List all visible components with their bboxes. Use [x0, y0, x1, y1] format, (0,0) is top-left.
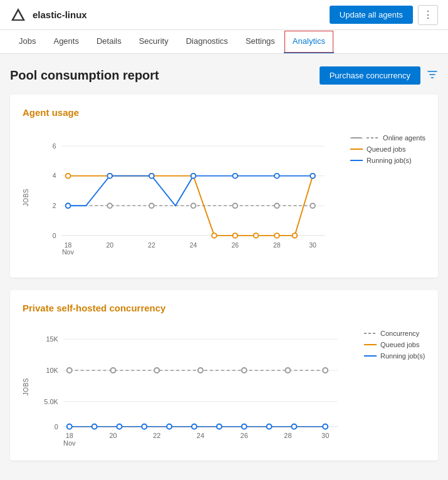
- svg-point-24: [274, 203, 279, 208]
- svg-point-80: [267, 424, 272, 429]
- svg-text:28: 28: [273, 242, 281, 249]
- agent-usage-chart-card: Agent usage JOBS 6 4 2 0: [10, 95, 438, 278]
- svg-point-32: [254, 233, 259, 238]
- svg-text:10K: 10K: [46, 367, 58, 374]
- svg-point-22: [191, 203, 196, 208]
- svg-text:26: 26: [241, 432, 248, 439]
- svg-point-31: [232, 233, 237, 238]
- agent-usage-legend: Online agents Queued jobs Running job(s): [343, 128, 425, 164]
- concurrency-y-label: JOBS: [23, 378, 29, 395]
- legend-running-jobs: Running job(s): [350, 157, 425, 164]
- svg-point-42: [310, 174, 315, 179]
- svg-text:20: 20: [109, 432, 117, 439]
- svg-point-76: [167, 424, 172, 429]
- svg-point-23: [232, 203, 237, 208]
- legend-concurrency: Concurrency: [364, 330, 425, 337]
- app-header: elastic-linux Update all agents ⋮: [0, 0, 448, 30]
- logo-area: elastic-linux: [10, 7, 87, 23]
- svg-point-25: [310, 203, 315, 208]
- page-header: Pool consumption report Purchase concurr…: [10, 66, 438, 85]
- svg-point-20: [107, 203, 112, 208]
- svg-point-69: [323, 368, 328, 373]
- main-content: Pool consumption report Purchase concurr…: [0, 54, 448, 480]
- header-actions: Update all agents ⋮: [330, 5, 438, 25]
- svg-point-21: [149, 203, 154, 208]
- svg-point-82: [323, 424, 328, 429]
- legend-online-agents: Online agents: [350, 134, 425, 142]
- page-title: Pool consumption report: [10, 68, 159, 83]
- navigation-bar: Jobs Agents Details Security Diagnostics…: [0, 30, 448, 54]
- nav-item-settings[interactable]: Settings: [237, 30, 284, 53]
- svg-point-34: [293, 233, 298, 238]
- logo-icon: [10, 7, 26, 23]
- svg-text:22: 22: [148, 242, 155, 249]
- svg-point-72: [67, 424, 72, 429]
- concurrency-chart-card: Private self-hosted concurrency JOBS 15K…: [10, 290, 438, 461]
- nav-item-details[interactable]: Details: [88, 30, 130, 53]
- svg-text:0: 0: [53, 232, 56, 239]
- svg-point-26: [66, 174, 71, 179]
- concurrency-chart-container: JOBS 15K 10K 5.0K 0 18 No: [23, 323, 425, 451]
- svg-point-39: [191, 174, 196, 179]
- nav-item-analytics[interactable]: Analytics: [284, 30, 334, 53]
- svg-text:28: 28: [284, 432, 291, 439]
- svg-text:30: 30: [321, 432, 329, 439]
- svg-point-68: [285, 368, 290, 373]
- agent-usage-svg-area: 6 4 2 0 18 Nov 20 22 24 26 28 30: [38, 128, 336, 268]
- svg-text:0: 0: [55, 423, 58, 430]
- nav-item-jobs[interactable]: Jobs: [10, 30, 44, 53]
- svg-text:24: 24: [190, 242, 197, 249]
- svg-point-41: [274, 174, 279, 179]
- legend-queued-jobs: Queued jobs: [350, 145, 425, 153]
- svg-text:5.0K: 5.0K: [44, 398, 58, 405]
- svg-text:Nov: Nov: [62, 249, 74, 256]
- svg-text:Nov: Nov: [63, 439, 76, 447]
- svg-point-77: [192, 424, 197, 429]
- nav-item-security[interactable]: Security: [130, 30, 177, 53]
- agent-usage-chart-container: JOBS 6 4 2 0 18 Nov: [23, 128, 425, 268]
- svg-point-74: [117, 424, 122, 429]
- svg-point-64: [111, 368, 116, 373]
- svg-point-30: [212, 233, 217, 238]
- agent-usage-title: Agent usage: [23, 107, 425, 118]
- svg-text:4: 4: [53, 172, 56, 179]
- legend-running-jobs-2: Running job(s): [364, 352, 425, 360]
- svg-text:18: 18: [66, 432, 73, 439]
- svg-text:6: 6: [53, 143, 56, 150]
- nav-item-diagnostics[interactable]: Diagnostics: [177, 30, 237, 53]
- svg-point-81: [291, 424, 296, 429]
- svg-point-78: [217, 424, 222, 429]
- svg-point-79: [242, 424, 247, 429]
- agent-usage-svg: 6 4 2 0 18 Nov 20 22 24 26 28 30: [38, 128, 336, 266]
- concurrency-title: Private self-hosted concurrency: [23, 303, 425, 313]
- nav-item-agents[interactable]: Agents: [44, 30, 87, 53]
- svg-point-37: [107, 174, 112, 179]
- svg-point-75: [142, 424, 147, 429]
- filter-icon[interactable]: [427, 69, 438, 83]
- svg-point-65: [154, 368, 159, 373]
- svg-point-66: [198, 368, 203, 373]
- app-title: elastic-linux: [33, 9, 87, 20]
- more-options-button[interactable]: ⋮: [418, 5, 438, 25]
- legend-queued-jobs-2: Queued jobs: [364, 341, 425, 348]
- concurrency-svg-area: 15K 10K 5.0K 0 18 Nov 20 22 24 26 28 30: [38, 323, 350, 451]
- svg-point-36: [66, 203, 71, 208]
- purchase-concurrency-button[interactable]: Purchase concurrency: [320, 66, 420, 85]
- svg-point-38: [149, 174, 154, 179]
- svg-point-67: [242, 368, 247, 373]
- agent-usage-y-label: JOBS: [23, 189, 29, 206]
- concurrency-legend: Concurrency Queued jobs Running job(s): [357, 323, 425, 360]
- svg-text:26: 26: [231, 242, 239, 249]
- svg-point-33: [274, 233, 279, 238]
- svg-text:18: 18: [65, 242, 72, 249]
- svg-point-40: [232, 174, 237, 179]
- svg-point-63: [67, 368, 72, 373]
- svg-text:15K: 15K: [46, 335, 58, 343]
- svg-text:2: 2: [53, 202, 56, 209]
- page-header-actions: Purchase concurrency: [320, 66, 438, 85]
- svg-text:24: 24: [197, 432, 204, 439]
- svg-text:30: 30: [309, 242, 316, 249]
- concurrency-svg: 15K 10K 5.0K 0 18 Nov 20 22 24 26 28 30: [38, 323, 350, 449]
- svg-text:22: 22: [153, 432, 160, 439]
- update-all-agents-button[interactable]: Update all agents: [330, 6, 413, 24]
